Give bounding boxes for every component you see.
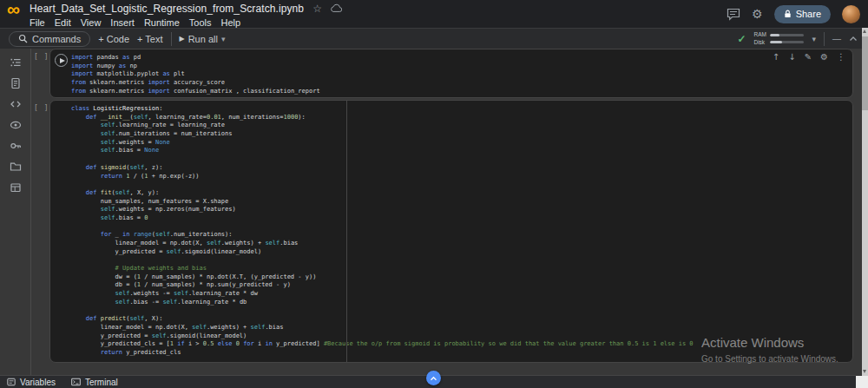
data-table-icon[interactable] [3, 177, 28, 198]
menu-item[interactable]: Edit [55, 17, 71, 28]
code-line[interactable]: def __init__(self, learning_rate=0.01, n… [71, 114, 852, 122]
minimize-icon[interactable]: — [832, 34, 841, 43]
star-icon[interactable]: ☆ [312, 3, 322, 14]
cloud-save-icon[interactable] [330, 1, 342, 16]
menu-item[interactable]: File [30, 17, 45, 28]
code-editor[interactable]: import pandas as pdimport numpy as npimp… [50, 49, 852, 95]
lock-icon [784, 10, 792, 18]
code-line[interactable]: self.num_iterations = num_iterations [71, 130, 852, 139]
edit-cell-icon[interactable]: ✎ [805, 52, 812, 62]
commands-button[interactable]: Commands [9, 31, 90, 47]
column-ruler [346, 101, 347, 362]
terminal-button[interactable]: Terminal [71, 378, 118, 387]
header-left: ∞ Heart_Data_Set_Logistic_Regression_fro… [0, 0, 342, 29]
code-line[interactable]: self.bias = 0 [71, 214, 852, 223]
code-line[interactable]: from sklearn.metrics import confusion_ma… [71, 88, 852, 96]
execution-count[interactable]: [ ] [34, 49, 49, 98]
add-code-button[interactable]: + Code [98, 34, 129, 44]
move-cell-up-icon[interactable]: ↑ [773, 52, 779, 62]
eye-icon[interactable] [3, 115, 28, 135]
title-row: Heart_Data_Set_Logistic_Regression_from_… [30, 2, 342, 16]
add-text-button[interactable]: + Text [137, 34, 162, 44]
share-button[interactable]: Share [774, 5, 831, 23]
menu-item[interactable]: Insert [110, 17, 135, 28]
resources-caret-icon[interactable]: ▾ [812, 35, 816, 43]
code-line[interactable]: def fit(self, X, y): [71, 189, 852, 198]
add-text-label: + Text [137, 34, 162, 44]
disk-label: Disk [753, 40, 766, 46]
menu-item[interactable]: Help [221, 17, 241, 28]
resources-indicator[interactable]: RAM Disk [753, 32, 804, 45]
code-line[interactable]: def sigmoid(self, z): [71, 164, 852, 173]
code-line[interactable]: self.weights = np.zeros(num_features) [71, 206, 852, 214]
code-line[interactable]: import pandas as pd [71, 54, 852, 62]
menu-item[interactable]: View [81, 17, 102, 28]
code-line[interactable]: dw = (1 / num_samples) * np.dot(X.T, (y_… [71, 273, 852, 282]
connected-check-icon: ✓ [737, 33, 746, 45]
code-line[interactable]: y_predicted = self.sigmoid(linear_model) [71, 332, 852, 341]
code-line[interactable] [71, 307, 852, 316]
code-line[interactable]: from sklearn.metrics import accuracy_sco… [71, 79, 852, 88]
more-vert-icon[interactable]: ⋮ [837, 52, 845, 62]
comment-icon[interactable] [727, 8, 740, 21]
commands-label: Commands [32, 34, 81, 44]
code-line[interactable] [71, 181, 852, 189]
code-line[interactable]: import numpy as np [71, 62, 852, 71]
code-cell-1: [ ] import pandas as pdimport numpy as n… [34, 49, 853, 98]
colab-logo[interactable]: ∞ [7, 1, 30, 18]
code-line[interactable]: y_predicted = self.sigmoid(linear_model) [71, 248, 852, 257]
code-line[interactable] [71, 155, 852, 164]
code-line[interactable]: for _ in range(self.num_iterations): [71, 231, 852, 240]
notebook-area: [ ] import pandas as pdimport numpy as n… [31, 49, 862, 375]
notebook-filename[interactable]: Heart_Data_Set_Logistic_Regression_from_… [30, 3, 304, 15]
code-line[interactable]: self.weights = None [71, 139, 852, 148]
variables-button[interactable]: Variables [7, 378, 56, 387]
variables-label: Variables [20, 378, 56, 387]
secrets-key-icon[interactable] [3, 135, 28, 156]
table-of-contents-icon[interactable] [3, 52, 28, 73]
toolbar-divider [171, 32, 172, 46]
code-line[interactable]: return y_predicted_cls [71, 349, 852, 358]
toolbar-divider-2 [824, 32, 825, 46]
settings-gear-icon[interactable]: ⚙ [752, 8, 763, 20]
variables-icon [7, 378, 16, 386]
code-line[interactable]: linear_model = np.dot(X, self.weights) +… [71, 240, 852, 248]
code-line[interactable]: self.bias -= self.learning_rate * db [71, 299, 852, 307]
code-line[interactable]: self.learning_rate = learning_rate [71, 122, 852, 130]
avatar[interactable] [842, 5, 860, 23]
code-line[interactable]: import matplotlib.pyplot as plt [71, 70, 852, 79]
code-line[interactable]: def predict(self, X): [71, 315, 852, 324]
code-line[interactable]: db = (1 / num_samples) * np.sum(y_predic… [71, 281, 852, 290]
menu-item[interactable]: Runtime [144, 17, 180, 28]
scrollbar-thumb[interactable] [862, 36, 868, 110]
scroll-up-arrow[interactable] [863, 30, 866, 33]
code-line[interactable]: num_samples, num_features = X.shape [71, 198, 852, 207]
code-line[interactable]: return 1 / (1 + np.exp(-z)) [71, 173, 852, 181]
code-line[interactable]: self.weights -= self.learning_rate * dw [71, 290, 852, 299]
move-cell-down-icon[interactable]: ↓ [788, 52, 795, 62]
code-line[interactable]: linear_model = np.dot(X, self.weights) +… [71, 324, 852, 332]
execution-count[interactable]: [ ] [34, 100, 49, 363]
code-line[interactable] [71, 223, 852, 232]
menu-item[interactable]: Tools [189, 17, 212, 28]
code-line[interactable]: y_predicted_cls = [1 if i > 0.5 else 0 f… [71, 340, 852, 349]
find-replace-icon[interactable] [3, 73, 28, 94]
collapse-header-icon[interactable] [849, 36, 858, 42]
scrollbar-track[interactable] [862, 28, 868, 388]
files-folder-icon[interactable] [3, 156, 28, 177]
footer-toggle-button[interactable] [426, 371, 441, 385]
cell-settings-icon[interactable]: ⚙ [820, 52, 828, 62]
ram-meter [770, 34, 804, 36]
code-line[interactable]: self.bias = None [71, 147, 852, 155]
code-line[interactable]: # Update weights and bias [71, 265, 852, 273]
scroll-down-arrow[interactable] [863, 370, 866, 373]
code-snippets-icon[interactable] [3, 94, 28, 115]
run-cell-button[interactable] [55, 54, 68, 67]
code-editor[interactable]: class LogisticRegression: def __init__(s… [50, 101, 852, 358]
ram-label: RAM [753, 32, 766, 38]
notebook-toolbar: Commands + Code + Text ▶ Run all ▾ ✓ RAM… [0, 28, 868, 49]
code-line[interactable] [71, 256, 852, 265]
run-all-button[interactable]: ▶ Run all ▾ [180, 34, 226, 44]
code-line[interactable]: class LogisticRegression: [71, 105, 852, 114]
cell-box: import pandas as pdimport numpy as npimp… [49, 49, 853, 98]
